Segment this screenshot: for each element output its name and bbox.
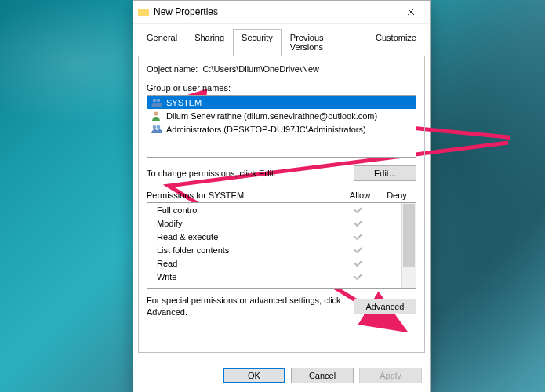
group-icon [151, 124, 163, 134]
group-list-label: Group or user names: [147, 83, 416, 93]
permission-row: List folder contents [147, 243, 401, 256]
desktop-background: New Properties General Sharing Security … [0, 0, 545, 392]
list-item-label: Administrators (DESKTOP-DUI97JC\Administ… [166, 125, 366, 134]
permission-row: Modify [147, 216, 401, 230]
list-item[interactable]: Dilum Senevirathne (dilum.senevirathne@o… [147, 109, 416, 122]
tab-security[interactable]: Security [233, 29, 282, 56]
window-title: New Properties [154, 6, 218, 17]
tab-sharing[interactable]: Sharing [186, 29, 233, 56]
allow-check-icon [340, 259, 375, 268]
svg-point-3 [153, 125, 157, 129]
permission-label: Read [157, 259, 340, 268]
tab-customize[interactable]: Customize [367, 29, 425, 56]
list-item[interactable]: SYSTEM [147, 96, 416, 109]
close-icon [407, 8, 415, 16]
folder-icon [138, 7, 149, 16]
svg-point-4 [157, 125, 161, 129]
tab-general[interactable]: General [138, 29, 186, 56]
permission-row: Full control [147, 203, 401, 216]
svg-point-1 [157, 99, 161, 103]
allow-check-icon [340, 219, 375, 228]
svg-point-2 [154, 111, 158, 115]
permission-row: Read & execute [147, 230, 401, 243]
edit-hint-text: To change permissions, click Edit. [147, 169, 354, 178]
user-icon [151, 111, 163, 121]
allow-check-icon [340, 272, 375, 281]
apply-button: Apply [359, 368, 422, 383]
ok-button[interactable]: OK [223, 368, 285, 383]
permissions-listbox: Full control Modify Read & execute [147, 202, 416, 289]
dialog-button-bar: OK Cancel Apply [133, 358, 430, 392]
permission-label: List folder contents [157, 245, 340, 255]
deny-column-header: Deny [377, 191, 416, 200]
permission-label: Read & execute [157, 232, 340, 241]
advanced-button[interactable]: Advanced [354, 299, 416, 314]
permission-label: Modify [157, 219, 340, 228]
permission-row: Write [147, 270, 401, 283]
edit-button[interactable]: Edit... [354, 165, 416, 181]
list-item-label: SYSTEM [166, 98, 202, 107]
list-item-label: Dilum Senevirathne (dilum.senevirathne@o… [166, 111, 377, 121]
allow-check-icon [340, 245, 375, 255]
properties-dialog: New Properties General Sharing Security … [133, 0, 431, 392]
tab-strip: General Sharing Security Previous Versio… [133, 24, 430, 56]
permissions-for-label: Permissions for SYSTEM [147, 191, 343, 200]
cancel-button[interactable]: Cancel [291, 368, 354, 383]
list-item[interactable]: Administrators (DESKTOP-DUI97JC\Administ… [147, 122, 416, 136]
allow-check-icon [340, 232, 375, 241]
allow-check-icon [340, 205, 375, 215]
permission-label: Full control [157, 205, 340, 215]
object-path: C:\Users\Dilum\OneDrive\New [202, 64, 416, 74]
group-listbox[interactable]: SYSTEM Dilum Senevirathne (dilum.senevir… [147, 95, 416, 158]
allow-column-header: Allow [343, 191, 377, 200]
close-button[interactable] [394, 1, 428, 23]
security-panel: Object name: C:\Users\Dilum\OneDrive\New… [138, 56, 425, 353]
group-icon [151, 97, 163, 107]
permission-row: Read [147, 256, 401, 270]
scrollbar-thumb[interactable] [403, 204, 415, 267]
titlebar[interactable]: New Properties [133, 1, 430, 24]
object-name-label: Object name: [147, 64, 198, 74]
svg-point-0 [153, 99, 157, 103]
advanced-hint-text: For special permissions or advanced sett… [147, 295, 354, 318]
tab-previous-versions[interactable]: Previous Versions [282, 29, 367, 56]
permission-label: Write [157, 272, 340, 281]
scrollbar[interactable] [401, 203, 416, 288]
